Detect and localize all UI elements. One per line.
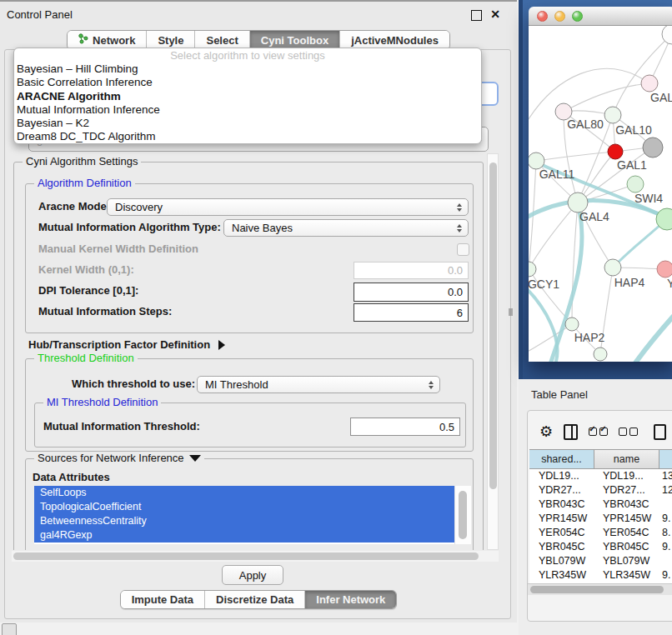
dropdown-item-bayesian-k2[interactable]: Bayesian – K2 (14, 117, 481, 130)
scrollbar-thumb[interactable] (13, 552, 479, 560)
table-row[interactable]: YDR27...YDR27...12 (529, 483, 672, 498)
table-cell (659, 554, 672, 568)
table-cell: YLR345W (594, 568, 659, 582)
table-cell: YBR043C (529, 498, 594, 512)
column-header-shared[interactable]: shared... (529, 450, 594, 468)
select-all-checkboxes-icon[interactable] (589, 428, 608, 436)
network-node-gal10[interactable] (604, 107, 621, 123)
network-node[interactable] (662, 26, 672, 44)
table-row[interactable]: YER054CYER054C8. (529, 526, 672, 540)
network-node[interactable] (594, 348, 607, 361)
table-horizontal-scrollbar[interactable] (528, 583, 672, 595)
cyni-settings-scrollpane: Cyni Algorithm Settings Algorithm Defini… (12, 153, 487, 550)
dropdown-item-basic-correlation-inference[interactable]: Basic Correlation Inference (14, 76, 481, 89)
network-view-window[interactable]: GALGAL80GAL10GAL11GAL1SWI4GAL4GCY1HAP4YH… (529, 7, 672, 362)
network-node-hap2[interactable] (565, 318, 579, 331)
deselect-all-checkboxes-icon[interactable] (619, 428, 638, 436)
table-row[interactable]: YBR045CYBR045C9. (529, 540, 672, 554)
table-row[interactable]: YBR043CYBR043C (529, 498, 672, 512)
minimize-traffic-light-icon[interactable] (554, 11, 565, 22)
attribute-item-gal4rgexp[interactable]: gal4RGexp (34, 528, 455, 542)
group-title: Cyni Algorithm Settings (23, 155, 141, 168)
tab-jactivemnodules[interactable]: jActiveMNodules (339, 31, 449, 49)
tab-label: Infer Network (316, 593, 385, 606)
manual-kernel-checkbox[interactable] (457, 243, 469, 256)
apply-button[interactable]: Apply (222, 565, 283, 585)
aracne-mode-combo[interactable]: Discovery (107, 198, 469, 216)
float-window-icon[interactable] (471, 10, 482, 21)
network-node-hap4[interactable] (604, 259, 621, 276)
tab-network[interactable]: Network (68, 31, 146, 49)
dropdown-item-aracne-algorithm[interactable]: ARACNE Algorithm (14, 90, 481, 103)
table-panel-title: Table Panel (531, 388, 588, 401)
cyni-bottom-tabs: Impute DataDiscretize DataInfer Network (0, 590, 517, 609)
settings-horizontal-scrollbar[interactable] (12, 551, 499, 562)
network-node-gal[interactable] (641, 75, 658, 92)
network-window-titlebar[interactable] (529, 7, 672, 26)
mi-type-combo[interactable]: Naive Bayes (223, 219, 469, 237)
which-threshold-value: MI Threshold (205, 378, 268, 391)
table-row[interactable]: YLR345WYLR345W9. (529, 568, 672, 582)
network-node-gal1[interactable] (627, 176, 644, 192)
table-row[interactable]: YBL079WYBL079W (529, 554, 672, 568)
mi-steps-value: 6 (457, 307, 463, 319)
table-cell: YBR045C (529, 540, 594, 554)
table-cell: YDR27... (529, 483, 594, 498)
network-canvas[interactable]: GALGAL80GAL10GAL11GAL1SWI4GAL4GCY1HAP4YH… (529, 26, 672, 362)
dpi-tolerance-input[interactable]: 0.0 (354, 282, 469, 302)
close-traffic-light-icon[interactable] (537, 11, 548, 22)
table-cell: 9. (659, 512, 672, 526)
sources-toggle[interactable]: Sources for Network Inference (34, 452, 204, 464)
mi-steps-input[interactable]: 6 (354, 303, 469, 322)
tab-label: Style (158, 34, 183, 47)
tab-discretize-data[interactable]: Discretize Data (204, 591, 304, 608)
column-header-name[interactable]: name (594, 450, 659, 468)
node-label-gal10: GAL10 (615, 123, 652, 137)
mi-threshold-input[interactable]: 0.5 (350, 418, 460, 436)
table-cell: 13 (659, 469, 672, 483)
panel-splitter-handle[interactable] (509, 308, 513, 316)
scrollbar-thumb[interactable] (489, 162, 497, 489)
settings-vertical-scrollbar[interactable] (487, 153, 499, 550)
network-node[interactable] (643, 138, 663, 158)
tab-impute-data[interactable]: Impute Data (121, 591, 204, 608)
scrollbar-thumb[interactable] (459, 491, 467, 539)
table-cell: YPR145W (594, 512, 659, 526)
data-attributes-list[interactable]: SelfLoopsTopologicalCoefficientBetweenne… (34, 486, 471, 544)
network-node-gcy1[interactable] (529, 262, 536, 277)
zoom-traffic-light-icon[interactable] (572, 11, 583, 22)
split-columns-icon[interactable] (564, 424, 578, 440)
kernel-width-input[interactable]: 0.0 (354, 262, 469, 279)
attribute-item-betweennesscentrality[interactable]: BetweennessCentrality (34, 514, 455, 528)
attribute-item-selfloops[interactable]: SelfLoops (34, 486, 455, 500)
tab-style[interactable]: Style (146, 31, 194, 49)
tab-cyni-toolbox[interactable]: Cyni Toolbox (249, 31, 339, 49)
which-threshold-combo[interactable]: MI Threshold (197, 376, 440, 393)
gear-icon[interactable]: ⚙ (539, 424, 553, 439)
network-node-y[interactable] (657, 261, 672, 278)
combo-stepper-icon (457, 224, 462, 232)
tab-label: Impute Data (132, 593, 193, 606)
table-row[interactable]: YDL19...YDL19...13 (529, 469, 672, 483)
minimized-panel-icon[interactable] (2, 623, 17, 635)
network-node-gal11[interactable] (529, 152, 544, 169)
document-icon[interactable] (654, 424, 666, 440)
column-header-3[interactable] (659, 450, 672, 468)
manual-kernel-label: Manual Kernel Width Definition (38, 242, 198, 256)
table-cell: YBR045C (594, 540, 659, 554)
list-scrollbar[interactable] (454, 486, 471, 544)
table-cell: YDR27... (594, 483, 659, 498)
tab-select[interactable]: Select (194, 31, 248, 49)
tab-infer-network[interactable]: Infer Network (304, 591, 396, 608)
network-node[interactable] (608, 144, 623, 159)
dropdown-placeholder: Select algorithm to view settings (14, 48, 481, 62)
dropdown-item-bayesian-hill-climbing[interactable]: Bayesian – Hill Climbing (14, 62, 481, 76)
dropdown-item-dream8-dc-tdc-algorithm[interactable]: Dream8 DC_TDC Algorithm (14, 130, 481, 143)
table-row[interactable]: YPR145WYPR145W9. (529, 512, 672, 526)
scrollbar-thumb[interactable] (530, 586, 664, 593)
attribute-item-topologicalcoefficient[interactable]: TopologicalCoefficient (34, 500, 455, 514)
close-icon[interactable]: ✕ (490, 8, 500, 21)
dropdown-item-mutual-information-inference[interactable]: Mutual Information Inference (14, 103, 481, 117)
hub-definition-toggle[interactable]: Hub/Transcription Factor Definition (28, 338, 225, 352)
panel-title: Control Panel (7, 8, 73, 21)
